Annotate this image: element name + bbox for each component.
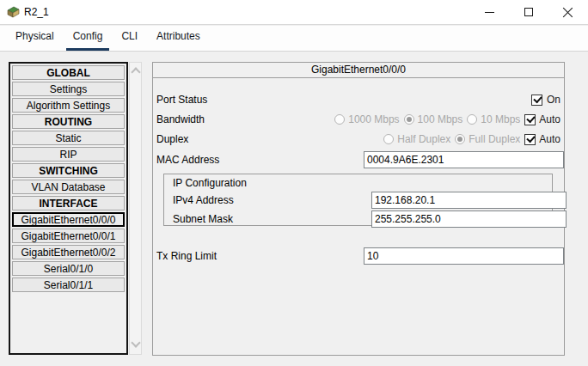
ip-configuration-title: IP Configuration [173, 177, 552, 189]
duplex-half-radio[interactable] [383, 134, 394, 144]
sidebar-item-gigabitethernet0-0-2[interactable]: GigabitEthernet0/0/2 [12, 245, 125, 259]
duplex-full-label: Full Duplex [469, 133, 520, 145]
bandwidth-10mbps-label: 10 Mbps [481, 113, 520, 125]
bandwidth-auto-label: Auto [539, 113, 560, 125]
sidebar-item-serial0-1-1[interactable]: Serial0/1/1 [12, 278, 125, 292]
ip-configuration-group: IP Configuration IPv4 Address Subnet Mas… [163, 174, 553, 226]
sidebar-item-interface[interactable]: INTERFACE [12, 196, 125, 210]
interface-config-panel: GigabitEthernet0/0/0 Port Status On Band… [152, 62, 565, 356]
sidebar-item-serial0-1-0[interactable]: Serial0/1/0 [12, 261, 125, 276]
minimize-icon [485, 12, 494, 13]
ipv4-address-input[interactable] [371, 192, 567, 209]
port-status-checkbox[interactable] [531, 95, 542, 106]
config-sidebar: GLOBAL Settings Algorithm Settings ROUTI… [9, 62, 128, 355]
bandwidth-1000mbps-radio[interactable] [334, 114, 345, 125]
panel-title: GigabitEthernet0/0/0 [153, 63, 564, 78]
sidebar-item-switching[interactable]: SWITCHING [12, 163, 125, 178]
bandwidth-100mbps-label: 100 Mbps [418, 113, 463, 125]
port-status-label: Port Status [156, 94, 207, 106]
sidebar-item-routing[interactable]: ROUTING [12, 114, 125, 129]
scroll-down-icon[interactable] [132, 339, 139, 346]
tx-ring-limit-label: Tx Ring Limit [156, 250, 217, 262]
mac-address-label: MAC Address [156, 154, 219, 166]
duplex-full-radio[interactable] [455, 134, 465, 144]
title-bar: R2_1 [0, 0, 588, 25]
subnet-mask-row: Subnet Mask [173, 210, 552, 228]
port-status-row: Port Status On [156, 92, 560, 107]
tab-config[interactable]: Config [66, 25, 110, 51]
duplex-auto-checkbox[interactable] [524, 134, 536, 145]
scroll-up-icon[interactable] [132, 67, 139, 74]
duplex-half-label: Half Duplex [397, 133, 450, 145]
close-icon [563, 7, 573, 17]
sidebar-item-vlan-database[interactable]: VLAN Database [12, 180, 125, 194]
tab-cli[interactable]: CLI [114, 25, 144, 51]
maximize-icon [524, 8, 533, 16]
tab-physical[interactable]: Physical [9, 25, 61, 51]
port-status-on-label: On [547, 94, 560, 106]
duplex-label: Duplex [156, 133, 188, 145]
sidebar-item-settings[interactable]: Settings [12, 82, 125, 96]
ipv4-address-row: IPv4 Address [173, 192, 552, 209]
window-title: R2_1 [24, 6, 49, 18]
sidebar-item-global[interactable]: GLOBAL [12, 65, 125, 80]
ipv4-address-label: IPv4 Address [173, 194, 234, 206]
tx-ring-limit-row: Tx Ring Limit [156, 247, 560, 265]
bandwidth-auto-checkbox[interactable] [524, 114, 536, 125]
bandwidth-10mbps-radio[interactable] [467, 114, 477, 125]
window-controls [469, 0, 588, 24]
subnet-mask-input[interactable] [371, 210, 567, 228]
duplex-auto-label: Auto [539, 133, 560, 145]
tab-bar: Physical Config CLI Attributes [0, 26, 588, 52]
bandwidth-1000mbps-label: 1000 Mbps [348, 113, 399, 125]
bandwidth-row: Bandwidth 1000 Mbps 100 Mbps 10 Mbps Aut… [156, 112, 560, 127]
subnet-mask-label: Subnet Mask [173, 213, 233, 225]
sidebar-item-static[interactable]: Static [12, 131, 125, 145]
mac-address-input[interactable] [364, 151, 564, 168]
sidebar-item-rip[interactable]: RIP [12, 147, 125, 162]
maximize-button[interactable] [509, 0, 548, 24]
router-device-icon [7, 6, 20, 19]
sidebar-item-gigabitethernet0-0-1[interactable]: GigabitEthernet0/0/1 [12, 229, 125, 243]
duplex-row: Duplex Half Duplex Full Duplex Auto [156, 131, 560, 147]
sidebar-item-gigabitethernet0-0-0[interactable]: GigabitEthernet0/0/0 [12, 212, 125, 227]
tab-attributes[interactable]: Attributes [150, 25, 207, 51]
sidebar-item-algorithm-settings[interactable]: Algorithm Settings [12, 98, 125, 113]
mac-address-row: MAC Address [156, 151, 560, 168]
bandwidth-label: Bandwidth [156, 113, 205, 125]
bandwidth-100mbps-radio[interactable] [404, 114, 414, 125]
sidebar-scrollbar[interactable] [129, 62, 142, 355]
tx-ring-limit-input[interactable] [364, 247, 564, 265]
minimize-button[interactable] [469, 0, 509, 24]
close-button[interactable] [548, 0, 588, 24]
